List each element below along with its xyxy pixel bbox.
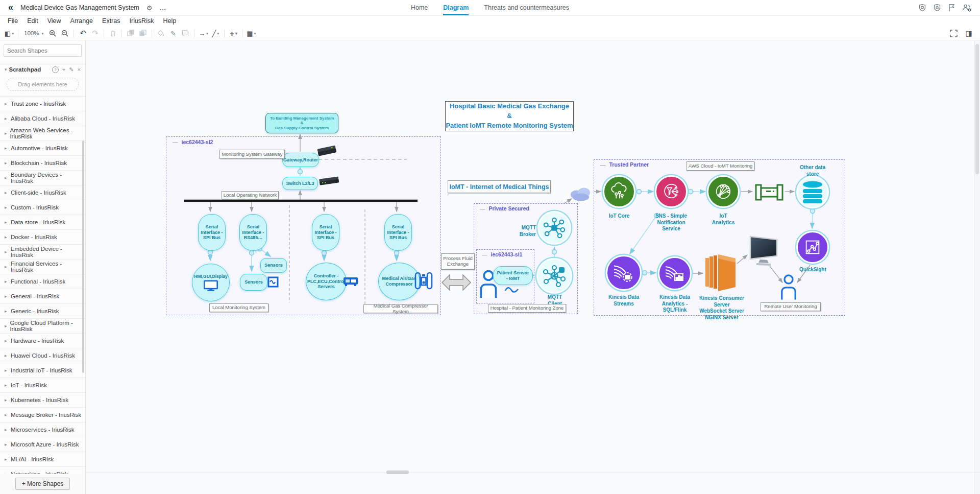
sidebar-item-hardware[interactable]: ▸Hardware - IriusRisk xyxy=(0,334,85,348)
delete-button[interactable] xyxy=(107,28,119,39)
horizontal-scrollbar-thumb[interactable] xyxy=(386,471,409,474)
shield-check-icon[interactable] xyxy=(918,4,926,12)
scratchpad-help-icon[interactable]: ? xyxy=(52,66,59,73)
node-controller-plc[interactable]: Controller - PLC,ECU,Control Servers xyxy=(306,263,347,300)
sidebar-item-message-broker[interactable]: ▸Message Broker - IriusRisk xyxy=(0,408,85,422)
label-medical-gas-compressor-system[interactable]: Medical Gas Compressor System xyxy=(363,304,438,313)
fullscreen-icon[interactable] xyxy=(950,30,958,37)
sidebar-item-boundary-devices[interactable]: ▸Boundary Devices - IriusRisk xyxy=(0,171,85,185)
label-aws-cloud-iomt-monitoring[interactable]: AWS Cloud - IoMT Monitoring xyxy=(687,161,754,171)
sidebar-item-aws[interactable]: ▸Amazon Web Services - IriusRisk xyxy=(0,126,85,141)
insert-button[interactable]: +▾ xyxy=(227,28,239,39)
table-button[interactable]: ▦▾ xyxy=(245,28,257,39)
sidebar-item-functional[interactable]: ▸Functional - IriusRisk xyxy=(0,274,85,289)
label-local-operating-network[interactable]: Local Operating Network xyxy=(222,191,279,199)
sidebar-item-client-side[interactable]: ▸Client-side - IriusRisk xyxy=(0,185,85,200)
sidebar-item-azure[interactable]: ▸Microsoft Azure - IriusRisk xyxy=(0,437,85,452)
node-other-data-store[interactable] xyxy=(796,176,829,208)
label-remote-user-monitoring[interactable]: Remote User Monitoring xyxy=(761,302,821,311)
menu-extras[interactable]: Extras xyxy=(97,17,125,25)
zoom-in-button[interactable] xyxy=(46,28,59,39)
node-sensors-lower[interactable]: Sensors xyxy=(240,274,267,291)
flag-icon[interactable] xyxy=(948,4,955,12)
node-sns[interactable] xyxy=(655,175,688,208)
format-panel-icon[interactable]: ◨ xyxy=(963,28,975,39)
node-hmi-gui-display[interactable]: HMI,GUI,Display xyxy=(192,264,230,301)
sidebar-item-microservices[interactable]: ▸Microservices - IriusRisk xyxy=(0,422,85,437)
node-patient-sensor-iomt[interactable]: Patient Sensor - IoMT xyxy=(493,266,533,285)
node-kinesis-data-analytics[interactable] xyxy=(658,256,692,290)
sidebar-item-custom[interactable]: ▸Custom - IriusRisk xyxy=(0,200,85,215)
tab-diagram[interactable]: Diagram xyxy=(443,0,469,15)
node-sensors-upper[interactable]: Sensors xyxy=(260,258,287,273)
sidebar-item-huawei-cloud[interactable]: ▸Huawei Cloud - IriusRisk xyxy=(0,348,85,363)
sidebar-item-iot[interactable]: ▸IoT - IriusRisk xyxy=(0,378,85,393)
more-shapes-button[interactable]: + More Shapes xyxy=(15,478,70,490)
sidebar-item-mlai[interactable]: ▸ML/AI - IriusRisk xyxy=(0,452,85,467)
menu-iriusrisk[interactable]: IriusRisk xyxy=(125,17,159,25)
scratchpad-add-icon[interactable]: + xyxy=(62,66,65,73)
menu-view[interactable]: View xyxy=(43,17,66,25)
search-shapes-input[interactable] xyxy=(4,48,89,54)
sidebar-item-alibaba-cloud[interactable]: ▸Alibaba Cloud - IriusRisk xyxy=(0,111,85,126)
node-building-management[interactable]: To Building Management System&Gas Supply… xyxy=(265,113,338,133)
undo-button[interactable]: ↶ xyxy=(77,28,89,39)
sidebar-item-embedded-device[interactable]: ▸Embedded Device - IriusRisk xyxy=(0,245,85,260)
to-back-button[interactable] xyxy=(137,28,149,39)
view-panel-button[interactable]: ◧▾ xyxy=(3,28,15,39)
sidebar-item-docker[interactable]: ▸Docker - IriusRisk xyxy=(0,230,85,245)
line-color-button[interactable]: ✎ xyxy=(167,28,179,39)
sidebar-item-automotive[interactable]: ▸Automotive - IriusRisk xyxy=(0,141,85,156)
label-monitoring-system-gateway[interactable]: Monitoring System Gateway xyxy=(219,150,285,159)
zoom-select[interactable]: 100%▾ xyxy=(21,28,46,39)
label-hospital-patient-monitoring-zone[interactable]: Hospital - Patient Monitoring Zone xyxy=(488,304,566,313)
node-mqtt-broker[interactable] xyxy=(537,211,571,245)
node-serial-spi-2[interactable]: Serial Interface - SPI Bus xyxy=(312,214,339,251)
gear-icon[interactable]: ⚙ xyxy=(146,4,153,12)
scratchpad-dropzone[interactable]: Drag elements here xyxy=(7,78,79,91)
menu-help[interactable]: Help xyxy=(158,17,181,25)
collapse-icon[interactable]: ▾ xyxy=(5,67,7,72)
sidebar-item-blockchain[interactable]: ▸Blockchain - IriusRisk xyxy=(0,156,85,171)
label-iomt-title[interactable]: IoMT - Internet of Medical Things xyxy=(448,180,551,193)
node-iot-core[interactable] xyxy=(603,175,635,208)
node-quicksight[interactable] xyxy=(796,231,829,264)
connector-style-button[interactable]: →▾ xyxy=(197,28,209,39)
vertical-scrollbar-thumb[interactable] xyxy=(975,44,979,174)
sidebar-item-trust-zone[interactable]: ▸Trust zone - IriusRisk xyxy=(0,97,85,111)
sidebar-scrollbar[interactable] xyxy=(82,140,84,373)
node-serial-spi-3[interactable]: Serial Interface - SPI Bus xyxy=(384,214,412,251)
shadow-button[interactable] xyxy=(179,28,191,39)
node-serial-spi-1[interactable]: Serial Interface - SPI Bus xyxy=(198,214,226,251)
node-medical-gas-compressor[interactable]: Medical Air/Gas Compressor xyxy=(378,263,420,300)
node-mqtt-client[interactable] xyxy=(536,258,572,294)
sidebar-item-data-store[interactable]: ▸Data store - IriusRisk xyxy=(0,215,85,230)
node-switch-l2l3[interactable]: Switch L2/L3 xyxy=(282,177,318,190)
tab-threats[interactable]: Threats and countermeasures xyxy=(484,0,569,15)
node-gateway-router[interactable]: Gateway,Router xyxy=(282,153,319,167)
scratchpad-close-icon[interactable]: × xyxy=(78,66,81,73)
diagram-title[interactable]: Hospital Basic Medical Gas Exchange&Pati… xyxy=(445,101,574,131)
label-local-monitoring-system[interactable]: Local Monitoring System xyxy=(209,303,268,312)
sidebar-item-gcp[interactable]: ▸Google Cloud Platform - IriusRisk xyxy=(0,319,85,334)
tab-home[interactable]: Home xyxy=(411,0,428,15)
sidebar-item-industrial-iot[interactable]: ▸Industrial IoT - IriusRisk xyxy=(0,363,85,378)
sidebar-item-generic[interactable]: ▸Generic - IriusRisk xyxy=(0,304,85,319)
back-icon[interactable]: « xyxy=(0,2,20,14)
scratchpad-edit-icon[interactable]: ✎ xyxy=(69,66,74,73)
node-kinesis-data-streams[interactable] xyxy=(606,255,642,291)
menu-edit[interactable]: Edit xyxy=(22,17,43,25)
users-icon[interactable] xyxy=(962,4,972,12)
more-options-icon[interactable]: … xyxy=(159,4,166,12)
waypoint-style-button[interactable]: ╱▾ xyxy=(209,28,222,39)
node-serial-rs485[interactable]: Serial Interface - RS485… xyxy=(239,214,267,251)
sidebar-item-financial-services[interactable]: ▸Financial Services - IriusRisk xyxy=(0,260,85,274)
node-iot-analytics[interactable] xyxy=(707,175,740,208)
zoom-out-button[interactable] xyxy=(59,28,71,39)
shield-lock-icon[interactable] xyxy=(933,4,941,12)
to-front-button[interactable] xyxy=(125,28,137,39)
fill-color-button[interactable] xyxy=(155,28,167,39)
menu-arrange[interactable]: Arrange xyxy=(66,17,97,25)
sidebar-item-general[interactable]: ▸General - IriusRisk xyxy=(0,289,85,304)
label-process-fluid-exchange[interactable]: Process Fluid Exchange xyxy=(441,253,475,270)
